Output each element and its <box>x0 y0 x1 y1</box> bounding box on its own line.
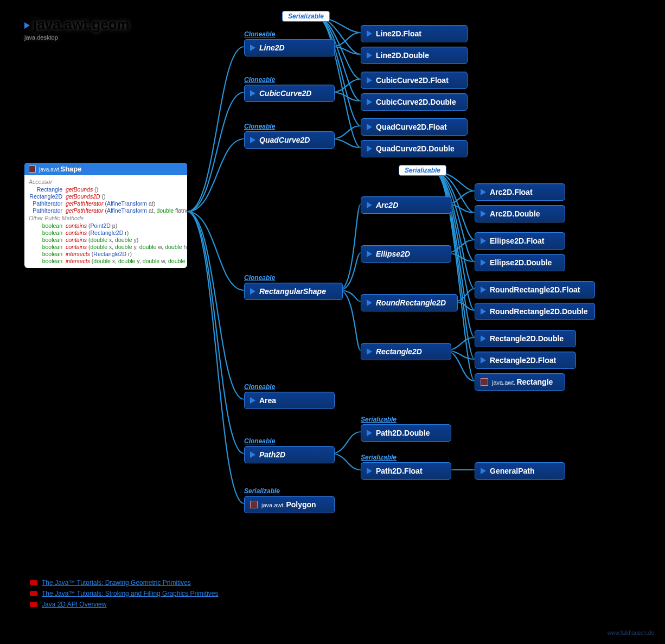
link-text: Java 2D API Overview <box>42 601 106 608</box>
annot-cloneable[interactable]: Cloneable <box>244 30 275 38</box>
node-label: Rectangle2D.Double <box>490 334 564 343</box>
node-line2d[interactable]: Line2D <box>244 39 335 56</box>
triangle-icon <box>367 299 372 306</box>
triangle-icon <box>250 44 255 51</box>
node-cubic-float[interactable]: CubicCurve2D.Float <box>361 72 468 89</box>
card-body: Accessor RectanglegetBounds ()Rectangle2… <box>24 175 187 268</box>
serializable-badge-top[interactable]: Serializable <box>282 11 330 22</box>
node-label: RoundRectangle2D <box>376 298 446 307</box>
node-label: Rectangle2D.Float <box>490 356 556 365</box>
node-area[interactable]: Area <box>244 392 335 409</box>
triangle-icon <box>367 99 372 105</box>
triangle-icon <box>367 202 372 208</box>
node-path2d-float[interactable]: Path2D.Float <box>361 462 451 480</box>
triangle-icon <box>481 238 486 244</box>
link-text: The Java™ Tutorials: Stroking and Fillin… <box>42 590 218 597</box>
package-name: java.awt.geom <box>33 16 130 33</box>
node-label: Polygon <box>286 500 316 509</box>
serializable-badge-mid[interactable]: Serializable <box>399 165 446 176</box>
node-path2d-double[interactable]: Path2D.Double <box>361 424 451 442</box>
node-label: Rectangle2D <box>376 347 422 356</box>
node-label: RectangularShape <box>259 287 326 296</box>
node-quad-double[interactable]: QuadCurve2D.Double <box>361 140 468 157</box>
triangle-icon <box>367 468 372 474</box>
node-label: QuadCurve2D <box>259 136 310 144</box>
triangle-icon <box>481 211 486 217</box>
class-icon <box>250 501 258 508</box>
node-label: Ellipse2D <box>376 250 410 258</box>
node-label: RoundRectangle2D.Float <box>490 285 580 294</box>
watermark: www.falkhausen.de <box>608 630 654 636</box>
node-label: Ellipse2D.Double <box>490 258 552 267</box>
node-rect2d-float[interactable]: Rectangle2D.Float <box>475 352 576 369</box>
node-ellipse2d-float[interactable]: Ellipse2D.Float <box>475 232 565 250</box>
module-name: java.desktop <box>24 34 130 41</box>
node-arc2d[interactable]: Arc2D <box>361 196 451 214</box>
node-cubiccurve2d[interactable]: CubicCurve2D <box>244 85 335 102</box>
method-row: booleanintersects (Rectangle2D r) <box>29 251 183 257</box>
triangle-icon <box>250 288 255 295</box>
node-arc2d-double[interactable]: Arc2D.Double <box>475 205 565 222</box>
node-label: Line2D.Float <box>376 29 421 38</box>
node-label: CubicCurve2D <box>259 89 311 98</box>
node-line2d-float[interactable]: Line2D.Float <box>361 25 468 42</box>
triangle-icon <box>250 137 255 143</box>
triangle-icon <box>481 189 486 195</box>
node-rect2d-double[interactable]: Rectangle2D.Double <box>475 330 576 347</box>
annot-serializable[interactable]: Serializable <box>361 454 397 461</box>
node-quadcurve2d[interactable]: QuadCurve2D <box>244 131 335 149</box>
node-label: Arc2D.Float <box>490 188 533 196</box>
link-text: The Java™ Tutorials: Drawing Geometric P… <box>42 579 191 586</box>
node-quad-float[interactable]: QuadCurve2D.Float <box>361 118 468 136</box>
node-rectangle[interactable]: java.awt.Rectangle <box>475 373 565 391</box>
node-label: Line2D.Double <box>376 51 429 60</box>
triangle-icon <box>250 451 255 458</box>
node-line2d-double[interactable]: Line2D.Double <box>361 47 468 64</box>
footer-link[interactable]: The Java™ Tutorials: Drawing Geometric P… <box>30 579 218 586</box>
method-row: Rectangle2DgetBounds2D () <box>29 193 183 200</box>
section-other: Other Public Methods <box>29 215 183 221</box>
method-row: booleancontains (double x, double y, dou… <box>29 244 183 250</box>
method-row: PathIteratorgetPathIterator (AffineTrans… <box>29 207 183 214</box>
annot-cloneable[interactable]: Cloneable <box>244 123 275 130</box>
footer-link[interactable]: Java 2D API Overview <box>30 601 218 608</box>
annot-serializable[interactable]: Serializable <box>244 487 280 495</box>
node-roundrect-double[interactable]: RoundRectangle2D.Double <box>475 303 595 320</box>
node-polygon[interactable]: java.awt.Polygon <box>244 496 335 513</box>
shape-interface-card[interactable]: java.awt.Shape Accessor RectanglegetBoun… <box>24 163 187 268</box>
node-roundrect2d[interactable]: RoundRectangle2D <box>361 294 458 311</box>
node-label: GeneralPath <box>490 467 534 475</box>
node-label: QuadCurve2D.Float <box>376 123 447 131</box>
node-label: QuadCurve2D.Double <box>376 144 455 153</box>
method-row: booleancontains (Rectangle2D r) <box>29 229 183 236</box>
annot-cloneable[interactable]: Cloneable <box>244 383 275 391</box>
node-ellipse2d-double[interactable]: Ellipse2D.Double <box>475 254 565 271</box>
node-rect2d[interactable]: Rectangle2D <box>361 343 451 360</box>
annot-cloneable[interactable]: Cloneable <box>244 437 275 445</box>
node-label: Arc2D.Double <box>490 209 540 218</box>
footer-link[interactable]: The Java™ Tutorials: Stroking and Fillin… <box>30 590 218 597</box>
node-generalpath[interactable]: GeneralPath <box>475 462 565 480</box>
node-label: Rectangle <box>516 378 553 386</box>
node-path2d[interactable]: Path2D <box>244 446 335 463</box>
triangle-icon <box>367 77 372 84</box>
section-accessor: Accessor <box>29 178 183 185</box>
triangle-icon <box>481 286 486 293</box>
node-rectangularshape[interactable]: RectangularShape <box>244 283 343 300</box>
node-arc2d-float[interactable]: Arc2D.Float <box>475 183 565 201</box>
triangle-icon <box>367 430 372 436</box>
annot-cloneable[interactable]: Cloneable <box>244 76 275 84</box>
node-cubic-double[interactable]: CubicCurve2D.Double <box>361 93 468 111</box>
annot-serializable[interactable]: Serializable <box>361 416 397 423</box>
triangle-icon <box>250 397 255 404</box>
node-ellipse2d[interactable]: Ellipse2D <box>361 245 451 263</box>
triangle-icon <box>367 30 372 37</box>
node-label: Path2D <box>259 450 285 459</box>
triangle-icon <box>481 259 486 266</box>
triangle-icon <box>250 90 255 97</box>
triangle-icon <box>24 22 30 29</box>
node-roundrect-float[interactable]: RoundRectangle2D.Float <box>475 281 595 298</box>
annot-cloneable[interactable]: Cloneable <box>244 274 275 282</box>
interface-icon <box>29 165 36 173</box>
node-label: Line2D <box>259 43 285 52</box>
